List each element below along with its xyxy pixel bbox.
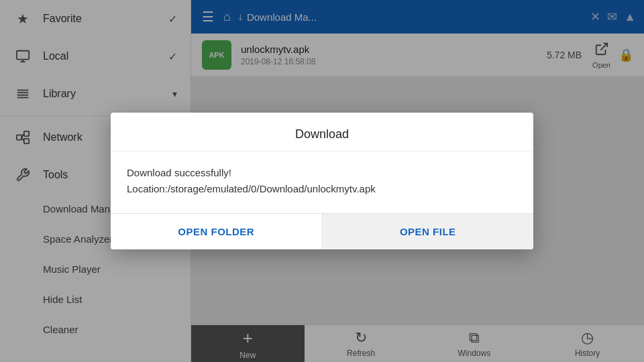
- app-container: ★ Favorite ✓ Local ✓ Library ▾ Network: [0, 0, 644, 362]
- dialog-actions: OPEN FOLDER OPEN FILE: [111, 213, 533, 249]
- open-folder-button[interactable]: OPEN FOLDER: [111, 214, 323, 249]
- dialog-overlay: Download Download successfully! Location…: [0, 0, 644, 362]
- dialog-message-line1: Download successfully!: [127, 167, 231, 178]
- dialog-body: Download successfully! Location:/storage…: [111, 152, 533, 213]
- open-file-button[interactable]: OPEN FILE: [323, 214, 534, 249]
- dialog-title: Download: [111, 113, 533, 152]
- dialog-message-line2: Location:/storage/emulated/0/Download/un…: [127, 183, 376, 194]
- download-dialog: Download Download successfully! Location…: [111, 113, 533, 249]
